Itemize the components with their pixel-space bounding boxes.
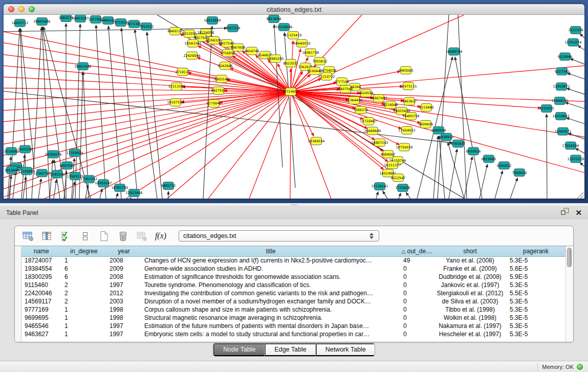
graph-node[interactable]: 1145194	[50, 170, 65, 178]
table-cell[interactable]: 2	[61, 281, 106, 289]
table-cell[interactable]: Estimation of the future numbers of pati…	[141, 322, 400, 330]
graph-node[interactable]: 7386372	[354, 106, 368, 114]
table-cell[interactable]: 2	[61, 289, 106, 297]
table-cell[interactable]: 5.3E-5	[507, 322, 565, 330]
column-header-pagerank[interactable]: pagerank	[507, 246, 565, 256]
graph-node[interactable]: 15720407	[360, 117, 377, 125]
table-row[interactable]: 1830029562008Estimation of significance …	[21, 273, 565, 281]
panel-splitter[interactable]	[0, 203, 588, 207]
graph-node[interactable]: 17016504	[562, 142, 579, 149]
graph-node[interactable]: 11325419	[285, 31, 301, 39]
select-rows-button[interactable]	[59, 229, 73, 243]
table-cell[interactable]: 1998	[106, 314, 141, 322]
graph-node[interactable]: 18640910	[293, 39, 310, 47]
graph-node[interactable]: 6497568	[338, 85, 353, 93]
graph-node[interactable]: 9815005	[482, 155, 496, 163]
table-cell[interactable]: Tibbo et al. (1998)	[433, 305, 507, 314]
graph-node[interactable]: 21364456	[345, 97, 362, 104]
table-cell[interactable]: 5.3E-5	[507, 256, 565, 265]
graph-node[interactable]: 4522547	[391, 174, 406, 182]
graph-node[interactable]: 9756852	[221, 49, 235, 57]
table-cell[interactable]: Stergiakouli et al. (2012)	[433, 289, 507, 297]
table-cell[interactable]: 0	[400, 314, 433, 322]
graph-node[interactable]: 2083174	[59, 15, 74, 21]
table-cell[interactable]: 14569117	[21, 297, 61, 305]
graph-node[interactable]: 7958619	[512, 169, 527, 177]
table-cell[interactable]: 2012	[106, 289, 141, 297]
table-settings-button[interactable]	[21, 229, 35, 243]
graph-node[interactable]: 9129946	[558, 53, 573, 60]
graph-node[interactable]: 3915895	[5, 166, 19, 174]
table-cell[interactable]: 6	[61, 265, 106, 273]
graph-node[interactable]: 1112374	[569, 26, 583, 34]
table-cell[interactable]: 9463627	[21, 330, 61, 338]
table-cell[interactable]: 5.9E-5	[507, 273, 565, 281]
graph-node[interactable]: 12923448	[125, 189, 142, 197]
table-cell[interactable]: 19384554	[21, 265, 61, 273]
table-cell[interactable]: 0	[400, 322, 433, 330]
table-cell[interactable]: Yano et al. (2008)	[433, 256, 507, 265]
column-header-name[interactable]: name	[21, 246, 61, 256]
table-row[interactable]: 1872400712008Changes of HCN gene express…	[21, 256, 565, 265]
table-cell[interactable]: Dudbridge et al. (2008)	[433, 273, 507, 281]
table-row[interactable]: 1456911722003Disruption of a novel membe…	[21, 297, 565, 305]
table-cell[interactable]: 2	[61, 297, 106, 305]
graph-node[interactable]: 20053346	[74, 62, 91, 70]
table-cell[interactable]: 1	[61, 305, 106, 314]
column-header-short[interactable]: short	[433, 246, 507, 256]
graph-node[interactable]: 11075318	[567, 155, 584, 163]
table-cell[interactable]: 2008	[106, 273, 141, 281]
table-cell[interactable]: 1	[61, 330, 106, 338]
table-cell[interactable]: 1	[61, 314, 106, 322]
table-cell[interactable]: Structural magnetic resonance image aver…	[141, 314, 400, 322]
table-cell[interactable]: 18300295	[21, 273, 61, 281]
column-header-in_degree[interactable]: in_degree	[61, 246, 106, 256]
table-cell[interactable]: 18724007	[21, 256, 61, 265]
table-cell[interactable]: 1	[61, 256, 106, 265]
graph-node[interactable]: 10653287	[72, 15, 89, 22]
table-cell[interactable]: 1997	[106, 281, 141, 289]
graph-node[interactable]: 7485063	[399, 67, 413, 74]
table-cell[interactable]: 5.3E-5	[507, 281, 565, 289]
table-row[interactable]: 946362711997Embryonic stem cells: a mode…	[21, 330, 565, 338]
scrollbar-thumb[interactable]	[567, 248, 572, 267]
graph-node[interactable]: 12093872	[553, 83, 570, 91]
graph-node[interactable]: 1595150	[18, 145, 33, 153]
table-cell[interactable]: 0	[400, 289, 433, 297]
table-cell[interactable]: 22420046	[21, 289, 61, 297]
tab-edge-table[interactable]: Edge Table	[265, 343, 315, 356]
network-window-titlebar[interactable]: citations_edges.txt	[4, 4, 584, 15]
table-row[interactable]: 969969511998Structural magnetic resonanc…	[21, 314, 565, 322]
table-cell[interactable]: 5.6E-5	[507, 265, 565, 273]
table-cell[interactable]: 6	[61, 273, 106, 281]
graph-node[interactable]: 12342757	[33, 169, 50, 177]
table-cell[interactable]: 2003	[106, 297, 141, 305]
graph-node[interactable]: 16033809	[204, 16, 221, 24]
table-cell[interactable]: 49	[400, 256, 433, 265]
table-cell[interactable]: 5.3E-5	[507, 314, 565, 322]
close-window-icon[interactable]	[8, 6, 14, 12]
graph-node[interactable]: 8427552	[211, 87, 226, 95]
table-cell[interactable]: 9465546	[21, 322, 61, 330]
graph-node[interactable]: 2718120	[176, 68, 190, 76]
graph-node[interactable]: 9397587	[60, 162, 75, 169]
table-cell[interactable]: de Silva et al. (2003)	[433, 297, 507, 305]
tab-network-table[interactable]: Network Table	[316, 343, 375, 356]
graph-node[interactable]: 15751074	[564, 38, 581, 46]
table-cell[interactable]: Franke et al. (2009)	[433, 265, 507, 273]
table-cell[interactable]: Wolkin et al. (1998)	[433, 314, 507, 322]
table-cell[interactable]: 0	[400, 273, 433, 281]
graph-node[interactable]: 16961758	[302, 49, 319, 56]
graph-node[interactable]: 8216046	[383, 101, 398, 109]
graph-node[interactable]: 2516065	[4, 147, 19, 155]
graph-node[interactable]: 9227343	[555, 68, 570, 75]
table-cell[interactable]: Jankovic et al. (1997)	[433, 281, 507, 289]
table-cell[interactable]: 9777169	[21, 305, 61, 314]
table-cell[interactable]: 9699695	[21, 314, 61, 322]
table-cell[interactable]: Disruption of a novel member of a sodium…	[141, 297, 400, 305]
network-canvas[interactable]: 1405571220691406208317410653287152700264…	[4, 15, 584, 199]
tab-node-table[interactable]: Node Table	[213, 343, 265, 356]
table-row[interactable]: 1938455462009Genome-wide association stu…	[21, 265, 565, 273]
graph-node[interactable]: 19218596	[275, 23, 292, 31]
graph-node[interactable]: 7357224	[226, 24, 241, 32]
